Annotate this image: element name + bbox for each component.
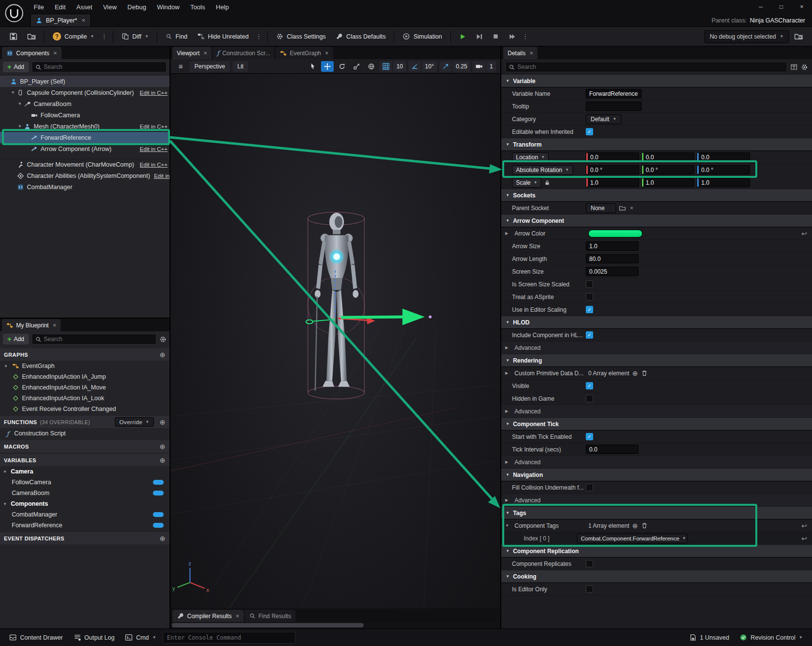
- world-coordinate-button[interactable]: [365, 61, 378, 72]
- frame-skip-button[interactable]: [471, 30, 487, 43]
- asset-tab-bp-player[interactable]: BP_Player* ×: [30, 14, 91, 26]
- field-z[interactable]: 0.0 °: [697, 165, 750, 174]
- category-camera[interactable]: ▼Camera: [0, 466, 170, 477]
- checkbox-is-screen-size-scaled[interactable]: [586, 280, 593, 288]
- blueprint-settings-icon[interactable]: [159, 336, 167, 343]
- tab-find-results[interactable]: Find Results: [245, 610, 296, 622]
- component-character-abilities-abilitysystemcomponent[interactable]: Character Abilities (AbilitySystemCompon…: [0, 170, 170, 181]
- select-tool-button[interactable]: [306, 61, 319, 72]
- field-z[interactable]: 0.0: [697, 152, 750, 162]
- gizmo-y-axis[interactable]: [341, 317, 404, 317]
- debug-browse-button[interactable]: [790, 30, 807, 43]
- variable-visibility-toggle[interactable]: [153, 523, 164, 528]
- menu-debug[interactable]: Debug: [122, 2, 151, 12]
- tag-value-dropdown[interactable]: Combat.Component.ForwardReference▼: [577, 534, 687, 543]
- details-settings-icon[interactable]: [801, 64, 808, 71]
- menu-view[interactable]: View: [98, 2, 122, 12]
- menu-help[interactable]: Help: [211, 2, 235, 12]
- grid-snap-control[interactable]: 10: [380, 61, 406, 72]
- variable-followcamera[interactable]: FollowCamera: [0, 477, 170, 488]
- tab-compiler-results[interactable]: Compiler Results×: [172, 610, 244, 622]
- components-search-input[interactable]: [44, 64, 163, 70]
- row-advanced[interactable]: ▶Advanced: [501, 494, 812, 507]
- console-command-field[interactable]: [163, 632, 296, 644]
- rotation-snap-value[interactable]: 10°: [421, 61, 437, 72]
- section-component-replication[interactable]: ▼Component Replication: [501, 545, 812, 558]
- variable-visibility-toggle[interactable]: [153, 480, 164, 485]
- arrow-color-swatch[interactable]: [588, 230, 642, 237]
- menu-window[interactable]: Window: [151, 2, 185, 12]
- variable-visibility-toggle[interactable]: [153, 491, 164, 495]
- expand-arrow-icon[interactable]: ▼: [17, 124, 23, 129]
- browse-to-asset-button[interactable]: [23, 30, 40, 43]
- expand-arrow-icon[interactable]: ▼: [10, 90, 16, 95]
- trash-icon[interactable]: [641, 522, 648, 529]
- add-element-icon[interactable]: ⊕: [632, 522, 638, 529]
- section-sockets[interactable]: ▼Sockets: [501, 189, 812, 202]
- add-event-dispatchers-icon[interactable]: ⊕: [160, 535, 166, 542]
- add-blueprint-item-button[interactable]: + Add: [3, 334, 29, 345]
- close-tab-icon[interactable]: ×: [53, 50, 57, 56]
- tab-components[interactable]: Components ×: [2, 47, 62, 59]
- expand-arrow-icon[interactable]: ▶: [505, 371, 512, 375]
- unsaved-button[interactable]: 1 Unsaved: [685, 631, 734, 644]
- perspective-dropdown[interactable]: Perspective: [190, 61, 230, 72]
- section-event-dispatchers[interactable]: EVENT DISPATCHERS⊕: [0, 532, 170, 544]
- details-search-input[interactable]: [517, 64, 784, 70]
- horizontal-scrollbar[interactable]: [171, 622, 500, 628]
- section-hlod[interactable]: ▼HLOD: [501, 316, 812, 329]
- field-x[interactable]: 1.0: [586, 178, 639, 187]
- component-capsule-component-collisioncylinder[interactable]: ▼Capsule Component (CollisionCylinder)Ed…: [0, 87, 170, 98]
- variable-visibility-toggle[interactable]: [153, 512, 164, 517]
- tab-construction-scr[interactable]: ƒConstruction Scr...: [213, 47, 275, 59]
- section-variable[interactable]: ▼Variable: [501, 75, 812, 87]
- revert-icon[interactable]: ↩: [801, 522, 807, 530]
- menu-edit[interactable]: Edit: [49, 2, 71, 12]
- tab-viewport[interactable]: Viewport×: [172, 47, 212, 59]
- location-dropdown[interactable]: Location▼: [512, 152, 549, 162]
- input-variable-name[interactable]: [586, 89, 641, 98]
- section-cooking[interactable]: ▼Cooking: [501, 570, 812, 583]
- details-search[interactable]: [505, 62, 787, 72]
- tab-my-blueprint[interactable]: My Blueprint ×: [2, 319, 61, 331]
- add-element-icon[interactable]: ⊕: [632, 370, 638, 377]
- save-button[interactable]: [5, 30, 22, 43]
- checkbox-use-in-editor-scaling[interactable]: ✓: [586, 306, 593, 313]
- checkbox-hidden-in-game[interactable]: [586, 395, 593, 402]
- item-enhancedinputaction-ia-jump[interactable]: EnhancedInputAction IA_Jump: [0, 371, 170, 382]
- component-combatmanager[interactable]: CombatManager: [0, 181, 170, 193]
- cmd-dropdown[interactable]: Cmd ▼: [121, 631, 160, 644]
- component-arrow-component-arrow[interactable]: Arrow Component (Arrow)Edit in C++: [0, 143, 170, 154]
- output-log-button[interactable]: Output Log: [69, 631, 119, 644]
- section-functions[interactable]: FUNCTIONS(34 OVERRIDABLE)Override▼⊕: [0, 416, 170, 428]
- move-tool-button[interactable]: [321, 61, 334, 72]
- scrollbar-thumb[interactable]: [172, 623, 363, 627]
- variable-cameraboom[interactable]: CameraBoom: [0, 488, 170, 498]
- field-x[interactable]: 0.0: [586, 152, 639, 162]
- add-functions-icon[interactable]: ⊕: [160, 419, 166, 426]
- absolute-rotation-dropdown[interactable]: Absolute Rotation▼: [512, 165, 573, 175]
- item-eventgraph[interactable]: ▼EventGraph: [0, 361, 170, 371]
- edit-in-cpp-link[interactable]: Edit in C++: [136, 146, 168, 152]
- expand-arrow-icon[interactable]: ▼: [505, 523, 512, 528]
- parent-socket-value[interactable]: None: [586, 203, 616, 213]
- folder-icon[interactable]: [619, 205, 626, 212]
- hide-unrelated-button[interactable]: Hide Unrelated: [193, 30, 253, 43]
- field-z[interactable]: 1.0: [697, 178, 750, 187]
- content-drawer-button[interactable]: Content Drawer: [5, 631, 67, 644]
- item-enhancedinputaction-ia-look[interactable]: EnhancedInputAction IA_Look: [0, 393, 170, 404]
- simulation-button[interactable]: Simulation: [398, 30, 446, 43]
- variable-combatmanager[interactable]: CombatManager: [0, 509, 170, 520]
- my-blueprint-search-input[interactable]: [44, 336, 153, 343]
- my-blueprint-search[interactable]: [32, 334, 156, 345]
- field-x[interactable]: 0.0 °: [586, 165, 639, 174]
- input-screen-size[interactable]: [586, 267, 639, 276]
- debug-object-dropdown[interactable]: No debug object selected ▼: [705, 30, 789, 43]
- section-macros[interactable]: MACROS⊕: [0, 440, 170, 452]
- rotate-tool-button[interactable]: [336, 61, 348, 72]
- component-mesh-charactermesh0[interactable]: ▼Mesh (CharacterMesh0)Edit in C++: [0, 121, 170, 132]
- parent-class-link[interactable]: Ninja GASCharacter: [750, 17, 805, 24]
- menu-asset[interactable]: Asset: [71, 2, 98, 12]
- edit-in-cpp-link[interactable]: Edit in C++: [136, 90, 168, 96]
- field-y[interactable]: 1.0: [641, 178, 695, 187]
